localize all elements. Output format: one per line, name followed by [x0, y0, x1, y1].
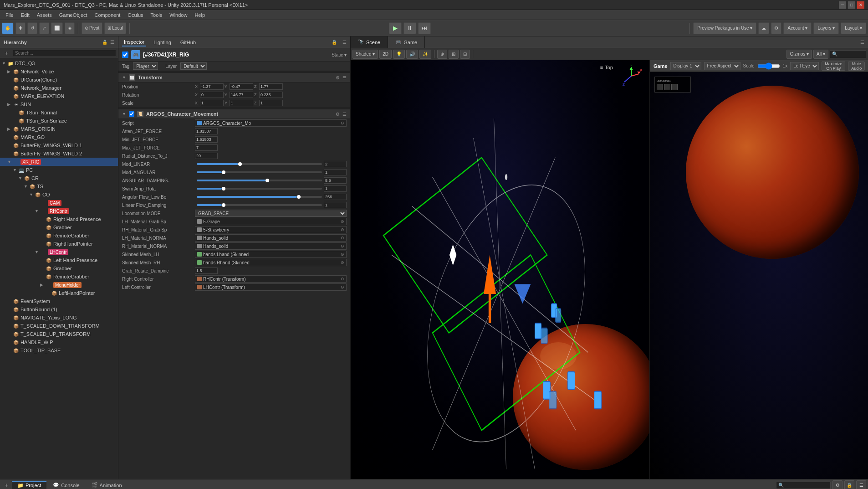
- position-x-input[interactable]: [200, 83, 224, 90]
- hierarchy-item-tsun-sunsurface[interactable]: ▶ 📦 TSun_SunSurface: [0, 117, 118, 125]
- tool-rect[interactable]: ⬜: [51, 22, 63, 34]
- hierarchy-item-lhcontr[interactable]: ▼ LHContr: [0, 248, 118, 256]
- hierarchy-item-butterfly2[interactable]: ▶ 📦 ButterFly_WINGS_WRLD 2: [0, 149, 118, 158]
- transform-component-header[interactable]: ▼ ⬜ Transform ⚙ ☰: [118, 72, 350, 82]
- hierarchy-item-pc[interactable]: ▼ 💻 PC: [0, 166, 118, 174]
- scale-slider[interactable]: [757, 63, 780, 69]
- menu-component[interactable]: Component: [91, 11, 124, 19]
- pivot-button[interactable]: ⊙ Pivot: [82, 22, 102, 34]
- grab-rotate-input[interactable]: [195, 268, 218, 274]
- argos-movement-header[interactable]: ▼ 📜 ARGOS_Character_Movement ⚙ ☰: [118, 109, 350, 119]
- lighting-tab[interactable]: Lighting: [152, 39, 173, 46]
- inspector-lock[interactable]: 🔒: [332, 40, 337, 45]
- hierarchy-item-dtc-q3[interactable]: ▼ 📁 DTC_Q3: [0, 59, 118, 67]
- tool-transform[interactable]: ◈: [65, 22, 75, 34]
- rh-mat-normal-value[interactable]: Hands_solid ⊙: [195, 242, 347, 250]
- scene-view-btn3[interactable]: ⊟: [460, 50, 470, 59]
- hierarchy-item-navigate[interactable]: ▶ 📦 NAVIGATE_Yaxis_LONG: [0, 314, 118, 322]
- tag-select[interactable]: Player: [133, 62, 158, 70]
- rotation-x-input[interactable]: [200, 92, 224, 98]
- fx-button[interactable]: ✨: [419, 50, 431, 59]
- transform-settings[interactable]: ⚙: [336, 75, 340, 80]
- inspector-tab[interactable]: Inspector: [122, 38, 146, 46]
- mod-angular-slider[interactable]: [197, 171, 322, 173]
- play-button[interactable]: ▶: [389, 22, 402, 34]
- menu-oculus[interactable]: Oculus: [124, 11, 147, 19]
- scene-tab[interactable]: 🔭 Scene: [351, 36, 388, 48]
- controller-gear[interactable]: ⊙: [341, 285, 344, 289]
- swim-amp-input[interactable]: [324, 185, 347, 192]
- hierarchy-item-remote-grabber1[interactable]: ▶ 📦 RemoteGrabber: [0, 232, 118, 240]
- scale-z-input[interactable]: [259, 100, 283, 106]
- hierarchy-item-mars-elevation[interactable]: ▶ 📦 MARs_ELEVATION: [0, 92, 118, 100]
- hierarchy-search[interactable]: [13, 50, 116, 57]
- menu-window[interactable]: Window: [166, 11, 191, 19]
- scale-x-input[interactable]: [200, 100, 224, 106]
- hierarchy-item-sun[interactable]: ▶ ☀ SUN: [0, 100, 118, 108]
- hierarchy-add-button[interactable]: +: [2, 49, 11, 57]
- menu-tools[interactable]: Tools: [147, 11, 166, 19]
- angular-flow-slider[interactable]: [197, 196, 322, 198]
- settings-button[interactable]: ⚙: [771, 22, 781, 34]
- rotation-y-input[interactable]: [230, 92, 253, 98]
- rh-mat-grab-value[interactable]: 5-Strawberry ⊙: [195, 226, 347, 233]
- project-tab[interactable]: 📁 Project: [12, 481, 46, 489]
- mute-audio-button[interactable]: Mute Audio: [848, 62, 865, 71]
- mesh-gear[interactable]: ⊙: [341, 252, 344, 257]
- mesh-gear[interactable]: ⊙: [341, 260, 344, 265]
- bottom-add-button[interactable]: +: [2, 481, 11, 489]
- scene-view-btn1[interactable]: ⊕: [437, 50, 447, 59]
- mod-linear-input[interactable]: [324, 161, 347, 167]
- step-button[interactable]: ⏭: [418, 22, 431, 34]
- object-active-checkbox[interactable]: [122, 51, 128, 58]
- menu-help[interactable]: Help: [191, 11, 209, 19]
- hierarchy-item-uicursor[interactable]: ▶ 📦 UICursor(Clone): [0, 76, 118, 84]
- argos-menu[interactable]: ☰: [342, 112, 347, 117]
- swim-amp-slider[interactable]: [197, 188, 322, 190]
- static-dropdown[interactable]: Static ▾: [332, 52, 347, 57]
- script-value[interactable]: ARGOS_Character_Mo ⊙: [195, 119, 347, 127]
- tool-scale[interactable]: ⤢: [39, 22, 49, 34]
- tool-hand[interactable]: ✋: [2, 22, 14, 34]
- hierarchy-item-butterfly1[interactable]: ▶ 📦 ButterFly_WINGS_WRLD 1: [0, 141, 118, 149]
- bottom-menu-btn[interactable]: ☰: [856, 480, 866, 489]
- script-gear[interactable]: ⊙: [341, 121, 344, 125]
- controller-gear[interactable]: ⊙: [341, 277, 344, 281]
- gizmos-dropdown[interactable]: Gizmos ▾: [786, 50, 812, 59]
- argos-active-checkbox[interactable]: [129, 111, 134, 117]
- view-settings-icon[interactable]: ☰: [860, 40, 864, 45]
- hierarchy-item-right-hand-pointer[interactable]: ▶ 📦 RightHandPointer: [0, 240, 118, 248]
- hierarchy-menu[interactable]: ☰: [110, 40, 114, 45]
- mod-linear-slider[interactable]: [197, 163, 322, 165]
- scene-view-btn2[interactable]: ⊞: [449, 50, 459, 59]
- menu-edit[interactable]: Edit: [17, 11, 33, 19]
- audio-button[interactable]: 🔊: [406, 50, 418, 59]
- inspector-menu[interactable]: ☰: [342, 40, 347, 45]
- angular-damping-input[interactable]: [324, 177, 347, 184]
- maximize-play-button[interactable]: Maximize On Play: [822, 62, 845, 71]
- hierarchy-item-right-hand[interactable]: ▶ 📦 Right Hand Presence: [0, 215, 118, 223]
- hierarchy-item-grabber2[interactable]: ▶ 📦 Grabber: [0, 264, 118, 273]
- hierarchy-item-rhcontr[interactable]: ▼ RHContr: [0, 207, 118, 215]
- hierarchy-lock[interactable]: 🔒: [102, 40, 107, 45]
- layers-button[interactable]: Layers ▾: [813, 22, 839, 34]
- transform-menu[interactable]: ☰: [342, 75, 347, 80]
- hierarchy-item-left-hand[interactable]: ▶ 📦 Left Hand Presence: [0, 256, 118, 264]
- hierarchy-item-menu-holder[interactable]: ▶ MenuHolder: [0, 281, 118, 289]
- display-select[interactable]: Display 1: [670, 62, 701, 70]
- hierarchy-item-left-hand-pointer[interactable]: ▶ 📦 LeftHandPointer: [0, 289, 118, 297]
- menu-gameobject[interactable]: GameObject: [56, 11, 91, 19]
- hierarchy-item-handle-wip[interactable]: ▶ 📦 HANDLE_WIP: [0, 338, 118, 346]
- hierarchy-item-co[interactable]: ▼ 📦 CO: [0, 190, 118, 199]
- layout-button[interactable]: Layout ▾: [841, 22, 866, 34]
- hierarchy-item-t-scaled-up[interactable]: ▶ 📦 T_SCALED_UP_TRANSFORM: [0, 330, 118, 338]
- hierarchy-item-mars-origin[interactable]: ▶ 📦 MARS_ORIGIN: [0, 125, 118, 133]
- hierarchy-item-tool-tip-base[interactable]: ▶ 📦 TOOL_TIP_BASE: [0, 346, 118, 355]
- skinned-mesh-lh-value[interactable]: hands:Lhand (Skinned ⊙: [195, 251, 347, 258]
- angular-flow-input[interactable]: [324, 194, 347, 200]
- scale-y-input[interactable]: [230, 100, 253, 106]
- bottom-lock-btn[interactable]: 🔒: [844, 480, 854, 489]
- github-tab[interactable]: GitHub: [179, 39, 198, 46]
- hierarchy-item-remote-grabber2[interactable]: ▶ 📦 RemoteGrabber: [0, 273, 118, 281]
- rotation-z-input[interactable]: [259, 92, 283, 98]
